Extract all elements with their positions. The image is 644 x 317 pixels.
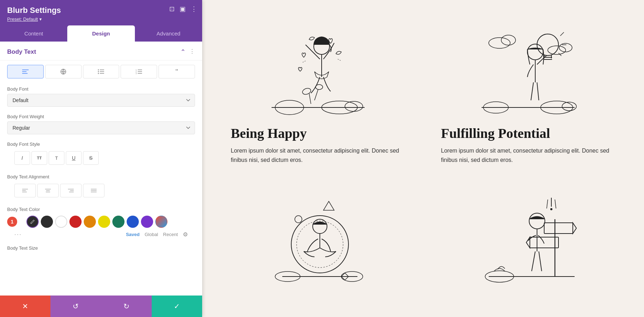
cancel-icon: ✕ xyxy=(22,302,28,311)
svg-rect-75 xyxy=(544,223,573,234)
svg-point-34 xyxy=(302,87,312,95)
global-tab[interactable]: Global xyxy=(145,232,158,237)
color-red-swatch[interactable] xyxy=(69,216,82,228)
undo-icon: ↺ xyxy=(73,302,79,311)
panel-header-icons: ⊡ ▣ ⋮ xyxy=(169,5,197,13)
body-font-style-group: Body Font Style I TT T U S xyxy=(0,138,202,170)
color-row2: ··· Saved Global Recent ⚙ xyxy=(7,228,195,238)
svg-line-39 xyxy=(302,61,306,63)
color-edit-swatch[interactable] xyxy=(26,216,39,228)
svg-point-49 xyxy=(537,34,558,56)
color-black-swatch[interactable] xyxy=(41,216,53,228)
undo-button[interactable]: ↺ xyxy=(50,296,101,317)
svg-marker-76 xyxy=(573,223,576,234)
color-gradient-swatch[interactable] xyxy=(155,216,167,228)
svg-point-66 xyxy=(313,219,327,234)
svg-rect-77 xyxy=(530,237,558,248)
body-font-weight-select[interactable]: Regular Bold Light xyxy=(7,121,195,134)
body-font-select[interactable]: Default Open Sans Roboto xyxy=(7,94,195,107)
saved-tab[interactable]: Saved xyxy=(126,232,140,237)
color-settings-icon[interactable]: ⚙ xyxy=(183,231,188,238)
strikethrough-btn[interactable]: S xyxy=(83,151,99,165)
redo-icon: ↻ xyxy=(123,302,130,311)
svg-point-45 xyxy=(489,38,510,48)
link-btn[interactable] xyxy=(45,65,82,78)
color-blue-swatch[interactable] xyxy=(127,216,139,228)
cancel-button[interactable]: ✕ xyxy=(0,296,50,317)
blurb-direction xyxy=(441,187,616,299)
save-button[interactable]: ✓ xyxy=(152,296,202,317)
svg-line-59 xyxy=(531,82,533,100)
panel-title: Blurb Settings xyxy=(7,6,195,15)
small-caps-btn[interactable]: TT xyxy=(31,151,47,165)
panel-preset[interactable]: Preset: Default ▾ xyxy=(7,16,195,22)
body-text-color-section: Body Text Color 1 xyxy=(0,203,202,242)
section-title: Body Text xyxy=(7,48,36,56)
svg-line-81 xyxy=(532,251,535,271)
svg-line-73 xyxy=(547,200,548,208)
expand-icon[interactable]: ⊡ xyxy=(169,5,175,13)
sidebar-icon[interactable]: ▣ xyxy=(180,5,186,13)
uppercase-btn[interactable]: T xyxy=(49,151,64,165)
svg-point-79 xyxy=(529,213,545,229)
color-label: Body Text Color xyxy=(7,207,195,212)
svg-point-32 xyxy=(345,101,363,111)
recent-tab[interactable]: Recent xyxy=(163,232,178,237)
more-options-icon[interactable]: ⋮ xyxy=(191,5,197,13)
more-colors-icon[interactable]: ··· xyxy=(14,231,22,238)
happy-text: Lorem ipsum dolor sit amet, consectetur … xyxy=(231,146,405,164)
collapse-icon[interactable]: ⌃ xyxy=(180,48,186,56)
color-green-swatch[interactable] xyxy=(112,216,125,228)
blurb-potential: Fulfilling Potential Lorem ipsum dolor s… xyxy=(441,18,616,169)
ordered-list-btn[interactable]: 1.2.3. xyxy=(121,65,157,78)
color-yellow-swatch[interactable] xyxy=(98,216,110,228)
save-icon: ✓ xyxy=(174,302,180,311)
tab-advanced[interactable]: Advanced xyxy=(135,25,202,42)
unordered-list-btn[interactable] xyxy=(83,65,119,78)
happy-title: Being Happy xyxy=(231,125,307,141)
align-left-btn[interactable] xyxy=(7,65,44,78)
body-text-section-header: Body Text ⌃ ⋮ xyxy=(0,42,202,61)
blockquote-btn[interactable]: " xyxy=(158,65,195,78)
section-header-icons: ⌃ ⋮ xyxy=(180,48,195,56)
color-white-swatch[interactable] xyxy=(55,216,67,228)
text-align-center-btn[interactable] xyxy=(37,184,59,197)
panel-body: Body Text ⌃ ⋮ 1.2.3. " Body Font xyxy=(0,42,202,296)
panel-footer: ✕ ↺ ↻ ✓ xyxy=(0,296,202,317)
tab-content[interactable]: Content xyxy=(0,25,67,42)
svg-line-82 xyxy=(539,251,542,271)
font-style-buttons: I TT T U S xyxy=(7,149,195,167)
color-badge: 1 xyxy=(7,217,17,227)
color-purple-swatch[interactable] xyxy=(141,216,153,228)
content-area: Being Happy Lorem ipsum dolor sit amet, … xyxy=(202,0,644,317)
svg-marker-78 xyxy=(526,237,530,248)
potential-illustration xyxy=(441,18,616,118)
redo-button[interactable]: ↻ xyxy=(101,296,152,317)
svg-point-7 xyxy=(98,71,99,72)
color-tabs: Saved Global Recent ⚙ xyxy=(126,231,188,238)
svg-line-35 xyxy=(314,90,318,100)
text-align-justify-btn[interactable] xyxy=(83,184,104,197)
panel-tabs: Content Design Advanced xyxy=(0,25,202,42)
body-font-label: Body Font xyxy=(7,86,195,92)
section-more-icon[interactable]: ⋮ xyxy=(189,48,195,56)
body-text-size-label: Body Text Size xyxy=(7,245,195,251)
underline-btn[interactable]: U xyxy=(66,151,82,165)
tab-design[interactable]: Design xyxy=(67,25,135,42)
body-text-alignment-group: Body Text Alignment xyxy=(0,170,202,203)
svg-text:3.: 3. xyxy=(136,72,137,75)
svg-point-5 xyxy=(98,69,99,71)
potential-title: Fulfilling Potential xyxy=(441,125,550,141)
body-font-group: Body Font Default Open Sans Roboto xyxy=(0,83,202,110)
text-align-right-btn[interactable] xyxy=(60,184,82,197)
text-align-left-btn[interactable] xyxy=(14,184,36,197)
color-orange-swatch[interactable] xyxy=(84,216,96,228)
potential-text: Lorem ipsum dolor sit amet, consectetur … xyxy=(441,146,616,164)
text-alignment-buttons xyxy=(7,182,195,200)
body-font-style-label: Body Font Style xyxy=(7,141,195,147)
blurb-meditation xyxy=(231,187,405,299)
italic-btn[interactable]: I xyxy=(14,151,30,165)
settings-panel: Blurb Settings Preset: Default ▾ ⊡ ▣ ⋮ C… xyxy=(0,0,202,317)
body-text-alignment-label: Body Text Alignment xyxy=(7,174,195,179)
svg-line-60 xyxy=(537,82,539,100)
